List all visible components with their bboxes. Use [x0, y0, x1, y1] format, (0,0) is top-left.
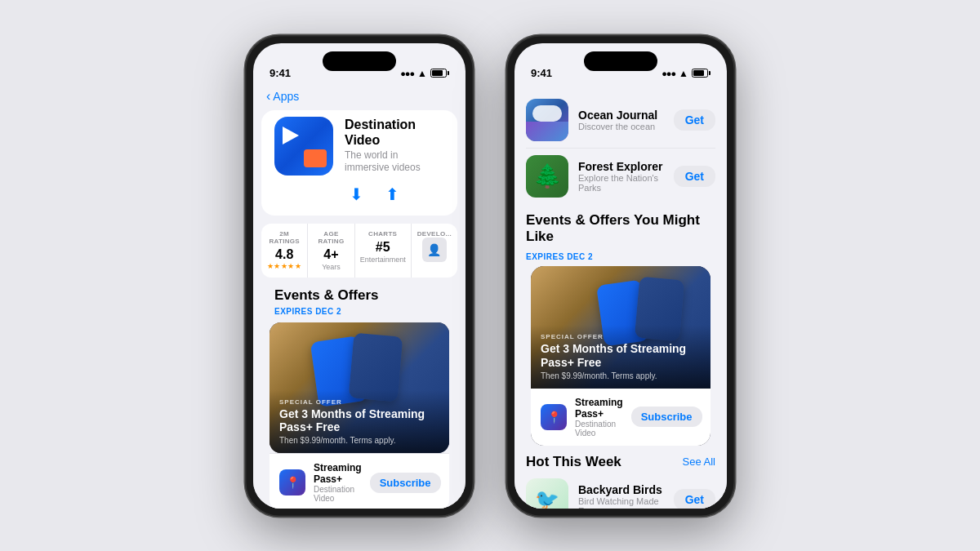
stat-charts: CHARTS #5 Entertainment — [355, 224, 412, 278]
download-icon[interactable]: ⬇ — [345, 183, 368, 206]
charts-label: CHARTS — [360, 230, 406, 238]
signal-icon-2: ●●● — [662, 69, 675, 78]
app-icon-destination-video[interactable] — [274, 117, 333, 176]
subscribe-name: Streaming Pass+ — [314, 462, 362, 485]
see-all-link[interactable]: See All — [683, 455, 715, 468]
phone-2: 9:41 ●●● ▲ — [506, 35, 735, 517]
app-info: Destination Video The world in immersive… — [345, 117, 444, 207]
ratings-label: 2M RATINGS — [266, 230, 302, 245]
dynamic-island-1 — [323, 51, 396, 71]
expires-wrapper-2: EXPIRES DEC 2 — [514, 248, 727, 266]
status-time-1: 9:41 — [270, 67, 291, 79]
phone-1: 9:41 ●●● ▲ ‹ Apps — [245, 35, 474, 517]
ocean-journal-subtitle: Discover the ocean — [578, 122, 664, 131]
ocean-journal-name: Ocean Journal — [578, 109, 664, 122]
event-overlay: SPECIAL OFFER Get 3 Months of Streaming … — [270, 390, 449, 454]
wifi-icon-1: ▲ — [417, 68, 427, 79]
status-time-2: 9:41 — [531, 67, 552, 79]
backyard-birds-subtitle: Bird Watching Made Easy... — [578, 496, 664, 509]
event-special-label: SPECIAL OFFER — [279, 398, 439, 406]
forest-explorer-icon: 🌲 — [526, 155, 568, 198]
event-card-image: SPECIAL OFFER Get 3 Months of Streaming … — [270, 322, 449, 453]
ocean-journal-info: Ocean Journal Discover the ocean — [578, 109, 664, 131]
app-name: Destination Video — [345, 117, 444, 148]
backyard-birds-name: Backyard Birds — [578, 483, 664, 496]
subscribe-info-2: Streaming Pass+ Destination Video — [575, 397, 623, 438]
age-value: 4+ — [313, 247, 349, 262]
event-card-2[interactable]: SPECIAL OFFER Get 3 Months of Streaming … — [531, 266, 710, 446]
hot-header: Hot This Week See All — [514, 446, 727, 473]
chevron-left-icon: ‹ — [266, 89, 270, 104]
list-item-ocean-journal[interactable]: Ocean Journal Discover the ocean Get — [526, 92, 715, 149]
event-special-2: SPECIAL OFFER — [541, 333, 701, 340]
stat-age: AGE RATING 4+ Years — [308, 224, 354, 278]
charts-value: #5 — [360, 239, 406, 255]
status-icons-1: ●●● ▲ — [400, 68, 449, 79]
ratings-value: 4.8 — [266, 247, 302, 262]
ratings-stars: ★★★★★ — [266, 262, 302, 270]
back-link-1[interactable]: ‹ Apps — [266, 89, 452, 104]
event-title-2: Get 3 Months of Streaming Pass+ Free — [541, 342, 701, 370]
subscribe-button-2[interactable]: Subscribe — [631, 407, 702, 427]
streaming-pass-icon: 📍 — [279, 469, 305, 495]
play-icon — [274, 117, 333, 176]
backyard-birds-info: Backyard Birds Bird Watching Made Easy..… — [578, 483, 664, 509]
stat-ratings: 2M RATINGS 4.8 ★★★★★ — [261, 224, 308, 278]
stat-developer: DEVELO... 👤 — [412, 224, 457, 278]
phone-screen-2: 9:41 ●●● ▲ — [514, 43, 727, 509]
subscribe-info: Streaming Pass+ Destination Video — [314, 462, 362, 503]
screen-content-1: ‹ Apps Destination Video The world in im… — [253, 84, 466, 509]
battery-icon-2 — [692, 69, 710, 78]
subscribe-row: 📍 Streaming Pass+ Destination Video Subs… — [270, 453, 449, 508]
developer-label: DEVELO... — [416, 230, 452, 238]
signal-icon-1: ●●● — [400, 69, 414, 78]
ocean-cloud — [532, 105, 562, 122]
charts-sublabel: Entertainment — [360, 256, 406, 264]
subscribe-name-2: Streaming Pass+ — [575, 397, 623, 420]
battery-icon-1 — [430, 69, 449, 78]
app-header: Destination Video The world in immersive… — [261, 110, 457, 216]
event-overlay-2: SPECIAL OFFER Get 3 Months of Streaming … — [531, 325, 710, 389]
age-label: AGE RATING — [313, 230, 349, 245]
hot-title: Hot This Week — [526, 454, 621, 470]
ocean-journal-icon — [526, 99, 568, 141]
event-desc: Then $9.99/month. Terms apply. — [279, 436, 439, 445]
subscribe-app-2: Destination Video — [575, 420, 623, 438]
status-icons-2: ●●● ▲ — [662, 68, 710, 79]
subscribe-app: Destination Video — [314, 485, 362, 503]
app-subtitle: The world in immersive videos — [345, 149, 444, 175]
event-card-2-wrapper: SPECIAL OFFER Get 3 Months of Streaming … — [514, 266, 727, 446]
list-item-forest-explorer[interactable]: 🌲 Forest Explorer Explore the Nation's P… — [526, 149, 715, 204]
expires-label-2: EXPIRES DEC 2 — [526, 252, 593, 261]
event-desc-2: Then $9.99/month. Terms apply. — [541, 371, 701, 380]
events-section: Events & Offers EXPIRES DEC 2 SPECIAL OF… — [253, 287, 466, 508]
subscribe-button[interactable]: Subscribe — [370, 473, 441, 493]
nav-bar-1: ‹ Apps — [253, 84, 466, 110]
event-card2-bottom: 📍 Streaming Pass+ Destination Video Subs… — [531, 389, 710, 446]
event-card[interactable]: SPECIAL OFFER Get 3 Months of Streaming … — [270, 322, 449, 453]
dynamic-island-2 — [584, 51, 657, 71]
screen-content-2: Ocean Journal Discover the ocean Get 🌲 F… — [514, 84, 727, 509]
wifi-icon-2: ▲ — [679, 68, 688, 79]
forest-explorer-info: Forest Explorer Explore the Nation's Par… — [578, 160, 664, 193]
events-title: Events & Offers — [261, 287, 457, 304]
expires-label: EXPIRES DEC 2 — [261, 307, 457, 316]
app-list-section: Ocean Journal Discover the ocean Get 🌲 F… — [514, 84, 727, 204]
streaming-icon-2: 📍 — [541, 404, 567, 430]
forest-explorer-name: Forest Explorer — [578, 160, 664, 173]
event-card-2-image: SPECIAL OFFER Get 3 Months of Streaming … — [531, 266, 710, 389]
get-ocean-journal-button[interactable]: Get — [674, 109, 715, 131]
developer-icon: 👤 — [422, 238, 447, 262]
phone-screen-1: 9:41 ●●● ▲ ‹ Apps — [253, 43, 466, 509]
back-label: Apps — [273, 90, 299, 103]
get-backyard-birds-button[interactable]: Get — [674, 489, 715, 509]
age-sublabel: Years — [313, 263, 349, 271]
event-title: Get 3 Months of Streaming Pass+ Free — [279, 407, 439, 435]
share-icon[interactable]: ⬆ — [381, 183, 403, 206]
backyard-birds-icon: 🐦 — [526, 478, 568, 509]
app-actions: ⬇ ⬆ — [345, 183, 444, 206]
events-header-2: Events & Offers You Might Like — [514, 204, 727, 248]
events-title-2: Events & Offers You Might Like — [526, 212, 715, 245]
backyard-birds-item[interactable]: 🐦 Backyard Birds Bird Watching Made Easy… — [514, 473, 727, 509]
get-forest-explorer-button[interactable]: Get — [674, 166, 715, 187]
